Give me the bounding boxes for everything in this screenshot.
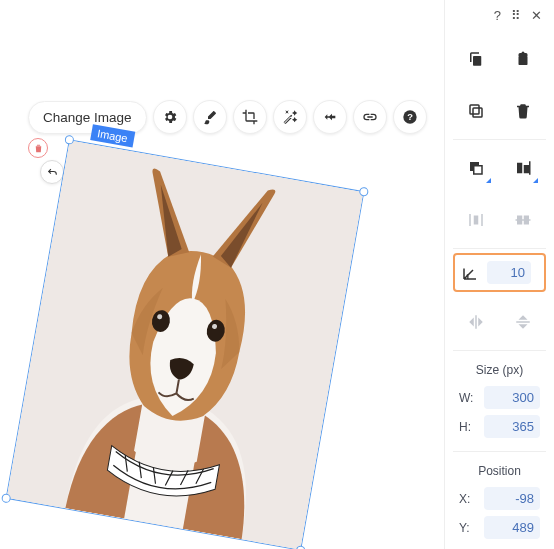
delete-element-button[interactable] [28,138,48,158]
y-label: Y: [459,521,477,535]
duplicate-button[interactable] [462,97,490,125]
distribute-v-button[interactable] [509,206,537,234]
align-icon [514,159,532,177]
x-input[interactable] [484,487,540,510]
dog-image [7,140,364,549]
crop-icon [242,109,258,125]
bring-forward-button[interactable] [462,154,490,182]
flip-v-button[interactable] [509,308,537,336]
resize-handle-bl[interactable] [1,493,11,503]
link-icon [362,109,378,125]
copy-button[interactable] [462,45,490,73]
copy-icon [467,50,485,68]
duplicate-icon [467,102,485,120]
canvas-area: Change Image ? Image [0,0,444,549]
help-icon: ? [402,109,418,125]
gear-icon [162,109,178,125]
resize-handle-tr[interactable] [359,187,369,197]
svg-rect-16 [474,216,479,225]
svg-rect-14 [524,165,529,173]
change-image-button[interactable]: Change Image [28,101,147,134]
image-toolbar: Change Image ? [28,100,427,134]
angle-icon [461,264,479,282]
size-section-title: Size (px) [453,363,546,377]
trash-icon [514,102,532,120]
animation-icon [322,109,338,125]
distribute-h-icon [467,211,485,229]
height-input[interactable] [484,415,540,438]
svg-rect-9 [473,108,482,117]
settings-button[interactable] [153,100,187,134]
brush-button[interactable] [193,100,227,134]
animate-button[interactable] [313,100,347,134]
link-button[interactable] [353,100,387,134]
flip-h-icon [467,313,485,331]
paste-button[interactable] [509,45,537,73]
x-label: X: [459,492,477,506]
brush-icon [202,109,218,125]
svg-rect-13 [517,163,522,174]
image-content [7,140,364,549]
svg-rect-12 [474,166,482,174]
svg-rect-7 [473,56,481,66]
width-input[interactable] [484,386,540,409]
distribute-h-button[interactable] [462,206,490,234]
width-label: W: [459,391,477,405]
flip-h-button[interactable] [462,308,490,336]
undo-icon [46,166,59,179]
flip-v-icon [514,313,532,331]
panel-drag-icon[interactable]: ⠿ [511,8,521,23]
height-label: H: [459,420,477,434]
image-selection-frame[interactable]: Image [6,139,365,549]
y-input[interactable] [484,516,540,539]
properties-panel: ? ⠿ ✕ [444,0,554,549]
resize-handle-br[interactable] [295,545,305,549]
panel-help-icon[interactable]: ? [494,8,501,23]
svg-text:?: ? [407,112,413,122]
position-section-title: Position [453,464,546,478]
rotation-input[interactable] [487,261,531,284]
paste-icon [514,50,532,68]
delete-button[interactable] [509,97,537,125]
align-button[interactable] [509,154,537,182]
panel-close-icon[interactable]: ✕ [531,8,542,23]
rotation-control [453,253,546,292]
distribute-v-icon [514,211,532,229]
crop-button[interactable] [233,100,267,134]
undo-button[interactable] [40,160,64,184]
magic-wand-icon [282,109,298,125]
layer-forward-icon [467,159,485,177]
svg-rect-8 [518,56,527,65]
trash-small-icon [33,143,44,154]
magic-button[interactable] [273,100,307,134]
help-button[interactable]: ? [393,100,427,134]
svg-rect-10 [470,105,479,114]
